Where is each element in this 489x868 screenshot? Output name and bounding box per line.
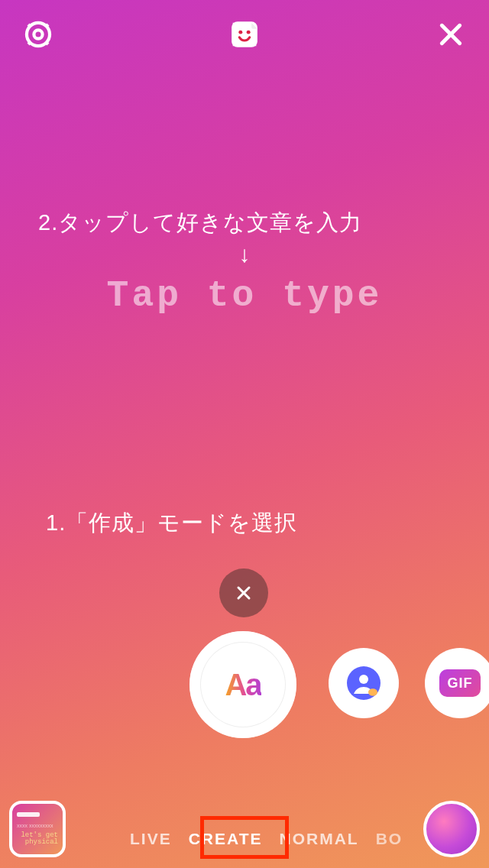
mention-person-icon — [345, 665, 382, 701]
svg-point-13 — [359, 675, 368, 684]
svg-point-1 — [27, 23, 50, 46]
gallery-thumbnail-button[interactable]: xxxx xxxxxxxxx let's get physical — [9, 801, 66, 857]
gif-sticker-button[interactable]: GIF — [425, 648, 489, 718]
thumb-line-2: xxxx xxxxxxxxx — [17, 823, 53, 829]
svg-point-0 — [34, 30, 42, 38]
thumb-bar — [17, 812, 40, 817]
capture-button[interactable]: Aa — [189, 631, 296, 738]
sticker-smile-icon — [227, 17, 262, 52]
close-icon — [436, 19, 466, 50]
close-icon — [233, 582, 254, 604]
gear-icon — [22, 18, 54, 50]
background-color-button[interactable] — [423, 801, 480, 857]
gif-icon: GIF — [439, 669, 481, 697]
mode-create[interactable]: CREATE — [189, 830, 263, 848]
annotation-step2: 2.タップして好きな文章を入力 — [38, 208, 362, 238]
sticker-button[interactable] — [222, 11, 267, 57]
svg-line-9 — [99, 669, 100, 672]
mention-sticker-button[interactable] — [329, 648, 399, 718]
thumb-line-3: let's get physical — [17, 832, 58, 846]
annotation-pointer-arrow-icon — [99, 542, 101, 799]
tap-to-type-input[interactable]: Tap to type — [107, 275, 383, 316]
svg-point-15 — [368, 688, 377, 696]
annotation-step1: 1.「作成」モードを選択 — [46, 508, 297, 539]
story-create-screen: 2.タップして好きな文章を入力 ↓ Tap to type 1.「作成」モードを… — [0, 0, 489, 868]
text-mode-icon: Aa — [225, 668, 261, 702]
svg-point-6 — [247, 31, 251, 34]
mode-boomerang[interactable]: BO — [376, 830, 403, 848]
mode-live[interactable]: LIVE — [130, 830, 172, 848]
close-button[interactable] — [428, 11, 474, 57]
clear-text-button[interactable] — [219, 568, 268, 617]
mode-strip: LIVE CREATE NORMAL BO — [130, 830, 405, 848]
mode-normal[interactable]: NORMAL — [279, 830, 358, 848]
capture-inner: Aa — [200, 642, 286, 727]
settings-button[interactable] — [15, 11, 61, 57]
svg-point-5 — [238, 31, 242, 34]
top-bar — [0, 0, 489, 69]
annotation-down-arrow-icon: ↓ — [239, 241, 251, 267]
